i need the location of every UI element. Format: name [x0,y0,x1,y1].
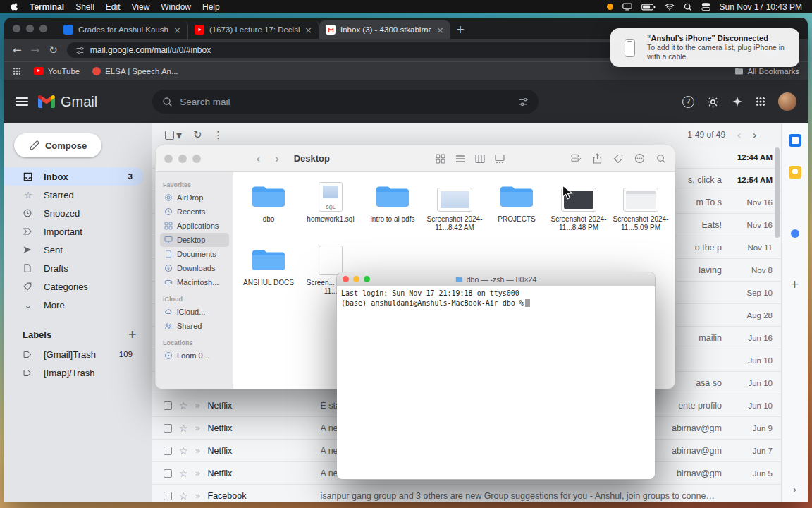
tab-close-icon[interactable]: × [436,25,444,35]
all-bookmarks-button[interactable]: All Bookmarks [734,67,800,75]
select-all-checkbox[interactable] [165,131,174,140]
new-tab-button[interactable]: + [450,20,470,39]
sidebar-item-snoozed[interactable]: Snoozed [4,204,144,222]
wifi-icon[interactable] [665,3,675,11]
bookmark-elsa[interactable]: ELSA | Speech An... [92,67,178,75]
sidebar-item-downloads[interactable]: Downloads [160,261,229,275]
row-checkbox[interactable] [164,401,172,410]
bookmark-youtube[interactable]: YouTube [34,67,80,75]
file-screenshot-848pm[interactable]: Screenshot 2024-11...8.48 PM [548,179,610,243]
file-projects[interactable]: PROJECTS [486,179,548,243]
row-checkbox[interactable] [164,424,172,433]
compose-button[interactable]: Compose [14,133,102,157]
settings-gear-icon[interactable] [707,96,719,108]
menu-help[interactable]: Help [202,2,220,12]
side-panel-collapse-icon[interactable]: › [793,484,797,495]
close-window-button[interactable] [343,276,349,282]
tab-close-icon[interactable]: × [304,25,312,35]
list-view-icon[interactable] [455,154,465,164]
email-list-scrollbar[interactable] [775,147,780,238]
sidebar-item-documents[interactable]: Documents [160,247,229,261]
add-label-icon[interactable]: + [128,328,137,341]
menu-view[interactable]: View [132,2,150,12]
reload-button[interactable]: ↻ [49,45,58,56]
gemini-sparkle-icon[interactable] [732,96,743,107]
google-apps-icon[interactable] [756,97,765,107]
close-window-button[interactable] [164,155,173,163]
zoom-window-button[interactable] [364,276,370,282]
profile-avatar[interactable] [778,92,796,111]
sidebar-item-macintosh-hd[interactable]: Macintosh... [160,275,229,289]
file-screenshot-509pm[interactable]: Screenshot 2024-11...5.09 PM [610,179,672,243]
zoom-window-button[interactable] [39,25,47,32]
share-icon[interactable] [593,153,602,164]
menu-edit[interactable]: Edit [106,2,121,12]
notification[interactable]: “Anshul’s iPhone” Disconnected To add it… [610,28,799,67]
sidebar-item-starred[interactable]: ☆ Starred [4,186,144,204]
calendar-icon[interactable] [789,134,801,147]
close-window-button[interactable] [13,25,20,32]
column-view-icon[interactable] [475,154,485,164]
terminal-titlebar[interactable]: dbo — -zsh — 80×24 [337,272,655,286]
menu-bar-clock[interactable]: Sun Nov 17 10:43 PM [720,2,802,12]
star-icon[interactable]: ☆ [179,490,188,502]
file-anshul-docs[interactable]: ANSHUL DOCS [238,243,300,306]
sidebar-item-sent[interactable]: Sent [4,241,144,259]
sidebar-item-loom[interactable]: Loom 0... [160,349,229,363]
more-options-icon[interactable]: ⋮ [214,129,223,140]
row-checkbox[interactable] [164,469,172,478]
minimize-window-button[interactable] [353,276,359,282]
sidebar-label-gmail-trash[interactable]: [Gmail]Trash 109 [4,345,144,363]
search-filter-icon[interactable] [518,97,529,107]
sidebar-item-desktop[interactable]: Desktop [160,233,229,247]
zoom-window-button[interactable] [192,155,201,163]
more-actions-icon[interactable] [634,153,645,164]
star-icon[interactable]: ☆ [179,400,188,411]
gmail-search-bar[interactable]: Search mail [152,90,539,114]
select-all-control[interactable]: ▾ [165,128,182,142]
hamburger-menu-icon[interactable] [16,95,28,108]
apple-menu-icon[interactable] [10,2,18,12]
sidebar-item-drafts[interactable]: Drafts [4,259,144,277]
tab-gmail-inbox[interactable]: Inbox (3) - 4300.stkabirnav × [319,20,450,39]
add-addon-icon[interactable]: + [790,277,799,291]
minimize-window-button[interactable] [178,155,187,163]
menu-window[interactable]: Window [161,2,191,12]
sidebar-item-applications[interactable]: Applications [160,219,229,233]
help-icon[interactable]: ? [682,96,694,108]
file-homework-sql[interactable]: SQLhomework1.sql [300,179,362,243]
display-icon[interactable] [622,3,632,11]
star-icon[interactable]: ☆ [179,445,188,456]
terminal-output[interactable]: Last login: Sun Nov 17 21:19:18 on ttys0… [337,286,655,479]
tab-youtube-lecture[interactable]: (1673) Lecture 17: Decision × [188,20,319,39]
email-row[interactable]: ☆»Facebookisanpur gang group and 3 other… [152,485,808,502]
forward-button[interactable]: → [31,45,40,56]
back-button[interactable]: ← [13,45,22,56]
site-info-icon[interactable] [75,46,85,55]
minimize-window-button[interactable] [26,25,34,32]
finder-back-icon[interactable]: ‹ [256,152,261,166]
sidebar-item-important[interactable]: Important [4,222,144,241]
newer-page-icon[interactable]: ‹ [737,128,741,142]
menu-shell[interactable]: Shell [75,2,94,12]
sidebar-item-inbox[interactable]: Inbox 3 [4,167,144,186]
tab-close-icon[interactable]: × [173,25,181,35]
tab-grades[interactable]: Grades for Anshul Kaushalbh × [57,20,188,39]
file-dbo[interactable]: dbo [238,179,300,243]
sidebar-label-imap-trash[interactable]: [Imap]/Trash [4,363,144,382]
star-icon[interactable]: ☆ [179,423,188,434]
file-screenshot-842am[interactable]: Screenshot 2024-11...8.42 AM [424,179,486,243]
row-checkbox[interactable] [164,447,172,455]
keep-icon[interactable] [789,166,801,179]
search-icon[interactable] [162,97,173,107]
apps-grid-icon[interactable] [13,67,21,75]
tasks-icon[interactable] [791,229,799,238]
finder-search-icon[interactable] [656,154,666,164]
sidebar-item-recents[interactable]: Recents [160,205,229,219]
finder-forward-icon[interactable]: › [275,152,280,166]
row-checkbox[interactable] [164,492,172,500]
icon-view-icon[interactable] [436,154,445,164]
star-icon[interactable]: ☆ [179,468,188,479]
older-page-icon[interactable]: › [753,128,757,142]
control-center-icon[interactable] [701,2,710,11]
